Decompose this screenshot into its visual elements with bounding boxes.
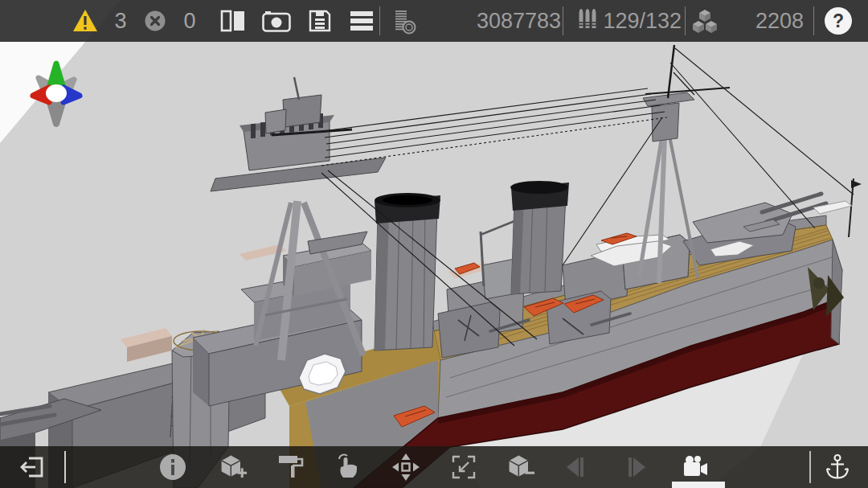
- stat-blocks: 2208: [715, 0, 804, 42]
- divider: [685, 6, 686, 35]
- info-icon[interactable]: [158, 453, 187, 482]
- divider: [563, 6, 563, 35]
- paint-roller-icon[interactable]: [276, 453, 305, 482]
- exit-icon[interactable]: [18, 453, 47, 482]
- funnel-2: [510, 181, 569, 294]
- cubes-icon: [691, 9, 719, 35]
- ship-builder-app: 3 0: [0, 0, 868, 488]
- divider: [813, 6, 814, 35]
- coins-stack-icon: [391, 9, 417, 35]
- add-block-icon[interactable]: [219, 453, 248, 482]
- help-button[interactable]: ?: [825, 7, 852, 35]
- divider: [809, 451, 811, 483]
- tap-hand-icon[interactable]: [333, 453, 362, 482]
- shells-icon: [575, 8, 600, 34]
- remove-block-icon[interactable]: [506, 453, 535, 482]
- camera-mode-icon[interactable]: [682, 453, 710, 482]
- bottom-toolbar: [0, 446, 868, 488]
- error-count: 0: [175, 0, 204, 42]
- anchor-icon[interactable]: [823, 453, 852, 482]
- divider: [64, 451, 66, 483]
- move-icon[interactable]: [391, 453, 420, 482]
- stat-parts: 129/132: [601, 0, 682, 42]
- scale-icon[interactable]: [449, 453, 478, 482]
- panels-icon[interactable]: [220, 10, 246, 32]
- camera-snapshot-icon[interactable]: [262, 10, 291, 32]
- gizmo-center[interactable]: [46, 84, 67, 102]
- warning-count: 3: [106, 0, 135, 42]
- active-tool-underline: [672, 482, 725, 488]
- orientation-gizmo[interactable]: [23, 56, 95, 133]
- warning-icon[interactable]: [72, 9, 98, 33]
- divider: [379, 6, 380, 35]
- stat-cost: 3087783: [418, 0, 561, 42]
- viewport-3d[interactable]: [0, 0, 868, 488]
- top-toolbar: 3 0: [0, 0, 868, 42]
- save-icon[interactable]: [309, 10, 331, 32]
- prev-icon[interactable]: [563, 453, 592, 482]
- next-icon[interactable]: [620, 453, 649, 482]
- error-circle-icon[interactable]: [145, 10, 166, 31]
- menu-icon[interactable]: [350, 10, 373, 31]
